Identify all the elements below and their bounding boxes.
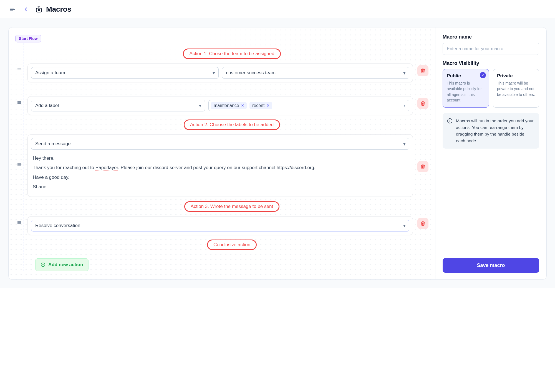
action-type-select[interactable]: Add a label ▾ bbox=[31, 100, 205, 111]
label-tag: maintenance × bbox=[211, 102, 247, 109]
label-tag-input[interactable]: maintenance × recent × ▾ bbox=[208, 100, 409, 111]
message-body: Thank you for reaching out to Paperlayer… bbox=[33, 164, 408, 171]
drag-handle-icon[interactable] bbox=[15, 216, 23, 225]
message-greeting: Hey there, bbox=[33, 155, 408, 162]
add-action-button[interactable]: Add new action bbox=[35, 258, 89, 271]
svg-point-4 bbox=[38, 9, 40, 11]
chevron-down-icon: ▾ bbox=[403, 223, 406, 229]
menu-toggle-button[interactable] bbox=[8, 5, 17, 14]
macros-icon bbox=[35, 6, 43, 13]
action-node: Assign a team ▾ customer success team ▾ bbox=[15, 63, 428, 82]
annotation: Action 2. Choose the labels to be added bbox=[35, 119, 428, 130]
message-content[interactable]: Hey there, Thank you for reaching out to… bbox=[31, 150, 409, 193]
label-tag: recent × bbox=[249, 102, 272, 109]
action-value-select[interactable]: customer success team ▾ bbox=[222, 67, 410, 79]
message-closing: Have a good day, bbox=[33, 174, 408, 181]
action-type-select[interactable]: Resolve conversation ▾ bbox=[31, 220, 409, 231]
action-type-value: Resolve conversation bbox=[35, 223, 80, 228]
check-icon bbox=[480, 72, 486, 78]
svg-point-24 bbox=[450, 120, 450, 120]
drag-handle-icon[interactable] bbox=[15, 134, 23, 167]
action-type-value: Send a message bbox=[35, 141, 71, 146]
remove-tag-icon[interactable]: × bbox=[241, 103, 244, 108]
action-node: Send a message ▾ Hey there, Thank you fo… bbox=[15, 134, 428, 197]
save-macro-button[interactable]: Save macro bbox=[443, 258, 539, 273]
macro-flow-canvas: Start Flow Action 1. Chose the team to b… bbox=[9, 27, 435, 279]
tag-text: recent bbox=[252, 103, 264, 108]
action-value: customer success team bbox=[226, 70, 276, 75]
action-type-value: Add a label bbox=[35, 103, 59, 108]
drag-handle-icon[interactable] bbox=[15, 96, 23, 105]
chevron-down-icon: ▾ bbox=[199, 103, 201, 109]
action-type-select[interactable]: Send a message ▾ bbox=[31, 138, 409, 150]
action-node: Add a label ▾ maintenance × recent bbox=[15, 96, 428, 115]
macro-sidepanel: Macro name Macro Visibility Public This … bbox=[435, 27, 546, 279]
delete-action-button[interactable] bbox=[417, 218, 428, 229]
macro-name-label: Macro name bbox=[443, 34, 539, 40]
start-flow-pill: Start Flow bbox=[15, 35, 41, 42]
page-title-wrap: Macros bbox=[35, 5, 71, 14]
chevron-down-icon: ▾ bbox=[404, 104, 407, 107]
visibility-label: Macro Visibility bbox=[443, 60, 539, 66]
visibility-title: Private bbox=[497, 73, 535, 79]
annotation: Action 3. Wrote the message to be sent bbox=[35, 201, 428, 212]
chevron-down-icon: ▾ bbox=[403, 70, 406, 76]
message-signature: Shane bbox=[33, 183, 408, 190]
annotation: Action 1. Chose the team to be assigned bbox=[35, 49, 428, 59]
macro-name-input[interactable] bbox=[443, 43, 539, 55]
visibility-option-private[interactable]: Private This macro will be private to yo… bbox=[493, 69, 539, 108]
action-type-select[interactable]: Assign a team ▾ bbox=[31, 67, 219, 79]
drag-handle-icon[interactable] bbox=[15, 63, 23, 72]
visibility-desc: This macro is available publicly for all… bbox=[447, 80, 485, 103]
info-text: Macros will run in the order you add you… bbox=[456, 118, 535, 144]
delete-action-button[interactable] bbox=[417, 98, 428, 109]
visibility-desc: This macro will be private to you and no… bbox=[497, 80, 535, 97]
page-title: Macros bbox=[46, 5, 71, 14]
action-type-value: Assign a team bbox=[35, 70, 65, 75]
tag-text: maintenance bbox=[214, 103, 239, 108]
visibility-option-public[interactable]: Public This macro is available publicly … bbox=[443, 69, 489, 108]
chevron-down-icon: ▾ bbox=[403, 141, 406, 147]
add-action-label: Add new action bbox=[48, 262, 83, 268]
info-callout: Macros will run in the order you add you… bbox=[443, 113, 539, 149]
back-button[interactable] bbox=[22, 5, 30, 14]
chevron-down-icon: ▾ bbox=[213, 70, 215, 76]
remove-tag-icon[interactable]: × bbox=[267, 103, 269, 108]
delete-action-button[interactable] bbox=[417, 161, 428, 172]
visibility-title: Public bbox=[447, 73, 485, 79]
annotation: Conclusive action bbox=[35, 240, 428, 250]
delete-action-button[interactable] bbox=[417, 65, 428, 76]
info-icon bbox=[447, 118, 453, 124]
action-node: Resolve conversation ▾ bbox=[15, 216, 428, 235]
